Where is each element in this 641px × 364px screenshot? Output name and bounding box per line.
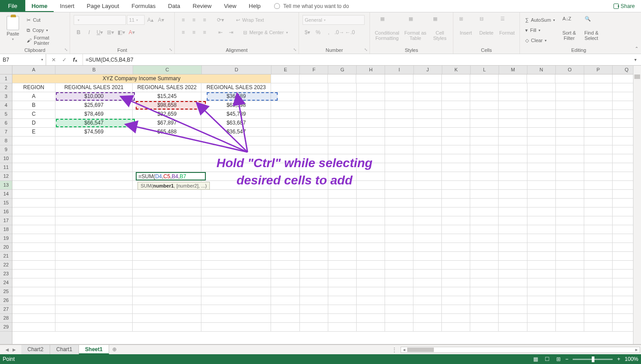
cell[interactable]: [499, 101, 527, 110]
cell[interactable]: [300, 278, 328, 287]
cell[interactable]: D: [12, 119, 55, 128]
cell[interactable]: [328, 119, 357, 128]
bold-button[interactable]: B: [74, 27, 83, 37]
cell[interactable]: [300, 128, 328, 137]
row-header-21[interactable]: 21: [0, 252, 12, 261]
col-header-D[interactable]: D: [202, 66, 271, 74]
cell[interactable]: [385, 128, 413, 137]
row-header-22[interactable]: 22: [0, 261, 12, 270]
tab-page-layout[interactable]: Page Layout: [81, 0, 126, 12]
cell[interactable]: [499, 234, 527, 243]
row-header-20[interactable]: 20: [0, 243, 12, 252]
active-edit-cell[interactable]: =SUM(D4,C5,B4,B7: [136, 172, 206, 180]
cell[interactable]: [527, 137, 556, 145]
expand-formula-icon[interactable]: ▾: [634, 57, 638, 62]
tab-insert[interactable]: Insert: [54, 0, 81, 12]
cell[interactable]: [584, 119, 613, 128]
cell[interactable]: [470, 128, 499, 137]
cell[interactable]: [385, 154, 413, 163]
cell[interactable]: [385, 119, 413, 128]
cell[interactable]: [328, 128, 357, 137]
cell[interactable]: [413, 278, 442, 287]
cell[interactable]: [413, 287, 442, 296]
font-color-button[interactable]: A▾: [127, 27, 137, 37]
cell[interactable]: [300, 207, 328, 216]
cell[interactable]: [584, 181, 613, 190]
cell[interactable]: [133, 314, 201, 323]
cell[interactable]: [442, 314, 470, 323]
cell[interactable]: [201, 270, 271, 278]
cell[interactable]: [133, 261, 201, 270]
cell[interactable]: [55, 225, 133, 234]
border-button[interactable]: ⊞▾: [106, 27, 115, 37]
cell[interactable]: [413, 216, 442, 225]
cell[interactable]: [300, 199, 328, 207]
row-header-16[interactable]: 16: [0, 207, 12, 216]
cell[interactable]: [133, 252, 201, 261]
sort-filter-button[interactable]: A↓ZSort & Filter: [559, 14, 579, 41]
cell[interactable]: [527, 261, 556, 270]
cell[interactable]: [527, 74, 555, 83]
cell[interactable]: [271, 278, 299, 287]
cell[interactable]: [357, 270, 385, 278]
cell[interactable]: [499, 207, 527, 216]
cell[interactable]: [527, 145, 556, 154]
cell[interactable]: [470, 278, 499, 287]
cell[interactable]: [201, 145, 271, 154]
cell[interactable]: [385, 137, 413, 145]
cell[interactable]: [385, 296, 413, 305]
cell[interactable]: [413, 207, 442, 216]
copy-button[interactable]: ⧉Copy▾: [25, 25, 66, 35]
cell[interactable]: [328, 243, 357, 252]
cell[interactable]: [300, 243, 328, 252]
cell[interactable]: [527, 172, 556, 181]
cell[interactable]: [357, 234, 385, 243]
cell[interactable]: [55, 172, 133, 181]
cell[interactable]: [12, 305, 55, 314]
cell[interactable]: [328, 287, 357, 296]
cell[interactable]: [584, 252, 613, 261]
cell[interactable]: [55, 199, 133, 207]
cell[interactable]: [556, 314, 584, 323]
paste-button[interactable]: Paste▾: [4, 14, 22, 41]
cell[interactable]: [271, 137, 299, 145]
zoom-in-button[interactable]: +: [617, 356, 620, 362]
row-header-29[interactable]: 29: [0, 323, 12, 332]
cell[interactable]: [499, 163, 527, 172]
scrollbar-thumb[interactable]: [407, 348, 434, 352]
cell[interactable]: [413, 92, 442, 101]
cell[interactable]: [499, 252, 527, 261]
select-all-corner[interactable]: [0, 66, 12, 74]
cell[interactable]: [527, 101, 556, 110]
cell[interactable]: $63,687: [201, 119, 271, 128]
cell[interactable]: XYZ Company Income Summary: [12, 74, 271, 83]
cell[interactable]: [499, 243, 527, 252]
page-break-icon[interactable]: ⊞: [554, 356, 563, 363]
cell[interactable]: [55, 305, 133, 314]
cell[interactable]: [328, 252, 357, 261]
name-box[interactable]: B7▾: [0, 54, 46, 65]
cell[interactable]: [556, 252, 584, 261]
cell[interactable]: [357, 216, 385, 225]
cell[interactable]: [442, 137, 470, 145]
cell[interactable]: [470, 296, 499, 305]
cell[interactable]: [271, 216, 299, 225]
cell[interactable]: [442, 128, 470, 137]
cell[interactable]: [385, 190, 413, 199]
cell[interactable]: [556, 83, 584, 92]
cell[interactable]: [556, 216, 584, 225]
cell[interactable]: [470, 145, 499, 154]
cell[interactable]: [300, 119, 328, 128]
cell[interactable]: [201, 243, 271, 252]
cell[interactable]: [470, 101, 499, 110]
cell[interactable]: [499, 305, 527, 314]
cell[interactable]: [385, 216, 413, 225]
cell[interactable]: [556, 270, 584, 278]
row-header-9[interactable]: 9: [0, 145, 12, 154]
cell[interactable]: [527, 92, 556, 101]
cell[interactable]: [584, 323, 613, 332]
cell[interactable]: [271, 270, 299, 278]
cell[interactable]: [201, 323, 271, 332]
cell[interactable]: [556, 163, 584, 172]
col-header-N[interactable]: N: [527, 66, 556, 74]
